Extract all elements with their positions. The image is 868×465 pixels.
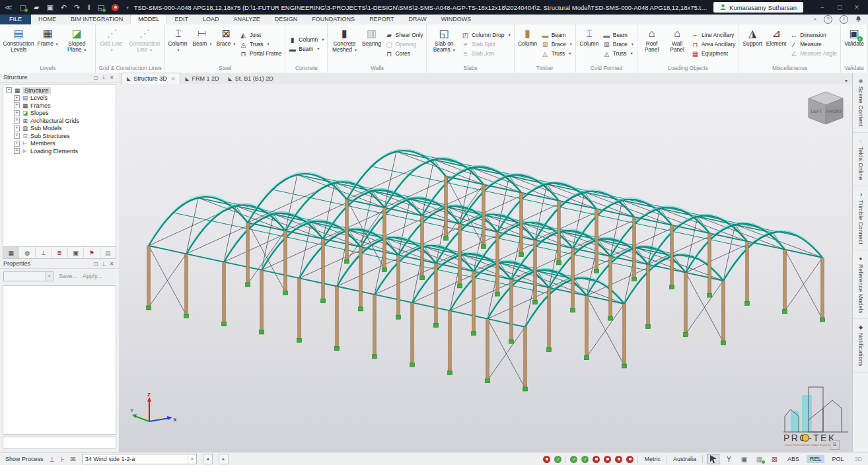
tab-windows[interactable]: WINDOWS [434,15,479,24]
ribbon-button-wall-panel[interactable]: ⌂Wall Panel [665,24,690,64]
minimize-button[interactable]: – [814,4,831,11]
node-snap-icon[interactable]: Y [723,454,735,464]
navigation-cube[interactable]: LEFT FRONT [806,90,846,128]
ribbon-button-column[interactable]: ⌶Column ▾ [166,24,190,64]
process-frame-icon[interactable]: ⊦ [61,456,64,463]
undo-icon[interactable]: ↶ [61,4,67,11]
apply-button[interactable]: Apply... [83,273,102,279]
ribbon-button-truss[interactable]: ◬Truss▾ [240,41,281,48]
model-view[interactable]: LEFT FRONT Z X Y PRO-TEK [119,84,852,452]
panel-float-icon[interactable]: ◻ [92,75,100,81]
ribbon-button-column[interactable]: ▮Column [516,24,540,64]
ribbon-button-sloped-plane[interactable]: ◪Sloped Plane ▾ [59,24,94,64]
ribbon-button-truss[interactable]: ◬Truss▾ [542,50,572,57]
ribbon-button-shear-only[interactable]: ▰Shear Only [386,32,423,39]
process-support-icon[interactable]: ⊥ [50,456,55,463]
process-report-icon[interactable]: ✉ [70,456,75,463]
ribbon-button-concrete-meshed[interactable]: ▮Concrete Meshed ▾ [329,24,359,64]
cube-front-face-label[interactable]: FRONT [826,109,843,114]
rail-item-notifications[interactable]: ◆Notifications [853,319,868,373]
ribbon-button-beam[interactable]: ▬Beam [603,32,633,39]
ribbon-button-line-ancillary[interactable]: ⌐Line Ancillary [692,32,735,39]
coord-mode-rel[interactable]: REL [807,455,825,463]
ribbon-button-column-drop[interactable]: ◰Column Drop▾ [462,32,511,39]
ribbon-button-brace[interactable]: ⊠Brace▾ [603,41,633,48]
ribbon-button-support[interactable]: ◮Support [741,24,764,64]
maximize-button[interactable]: ▢ [831,4,848,11]
next-load-case-button[interactable]: ▸ [219,454,229,464]
select-pointer-icon[interactable] [707,454,719,464]
tab-load[interactable]: LOAD [196,15,227,24]
quick-access-more-icon[interactable]: ▾ [126,5,129,10]
tree-item-architectural-grids[interactable]: +⊞Architectural Grids [3,117,116,125]
tab-file[interactable]: FILE [0,15,31,24]
tree-expand-icon[interactable]: + [14,102,20,108]
load-case-combo[interactable]: 34 Wind side 1-2-a ▾ [82,454,197,464]
record-icon[interactable] [112,4,119,11]
ribbon-button-equipment[interactable]: ▦Equipment [692,50,735,57]
save-model-icon[interactable]: ▣ [46,4,53,11]
tree-expand-icon[interactable]: + [14,148,20,154]
ribbon-button-construction-levels[interactable]: ▤Construction Levels [1,24,36,64]
rail-item-scene-content[interactable]: ◉Scene Content [853,73,868,133]
prev-load-case-button[interactable]: ◂ [203,454,213,464]
panel-pin-icon[interactable]: ⊥ [100,261,108,267]
chevron-down-icon[interactable]: ▾ [45,272,53,281]
tree-item-loading-elements[interactable]: +⊩Loading Elements [3,147,116,155]
rail-item-trimble-connect[interactable]: ◑Trimble Connect [853,186,868,250]
ribbon-button-portal-frame[interactable]: ⊓Portal Frame [240,50,281,57]
tab-design[interactable]: DESIGN [268,15,305,24]
ribbon-button-area-ancillary[interactable]: ⊓Area Ancillary [692,41,735,48]
tree-expand-icon[interactable]: + [14,110,20,116]
section-cut-icon[interactable]: ⊠ [769,454,780,464]
tree-expand-icon[interactable]: + [14,125,20,131]
new-model-icon[interactable]: ▢ [20,4,26,11]
coord-mode-abs[interactable]: ABS [784,455,803,463]
supports-tab[interactable]: ⊥ [36,247,52,258]
structure-3d-model[interactable] [119,84,852,452]
tree-item-frames[interactable]: +▦Frames [3,102,116,110]
alerts-icon[interactable] [855,16,861,24]
view-tab-structure-3d[interactable]: ◣Structure 3D✕ [122,73,180,84]
load-cases-tab[interactable]: ≣ [52,247,67,258]
tab-edit[interactable]: EDIT [167,15,196,24]
tree-expand-icon[interactable]: + [14,141,20,147]
show-process-button[interactable]: Show Process [5,456,44,462]
ribbon-button-column[interactable]: ⌶Column [577,24,601,64]
ribbon-button-element[interactable]: ⊿Element [764,24,788,64]
tree-expand-icon[interactable]: + [14,95,20,101]
panel-close-icon[interactable]: ✕ [108,75,116,81]
ribbon-button-beam[interactable]: ▬Beam▾ [289,46,324,53]
validate-quick-icon[interactable]: ◱ [98,4,104,11]
tab-report[interactable]: REPORT [362,15,401,24]
units-button[interactable]: Metric [642,456,663,462]
wind-model-tab[interactable]: ◍ [19,247,35,258]
tab-bim-integration[interactable]: BIM INTEGRATION [63,15,130,24]
ribbon-button-beam[interactable]: ▬Beam [542,32,572,39]
tab-draw[interactable]: DRAW [401,15,433,24]
panel-float-icon[interactable]: ◻ [92,261,100,267]
tab-home[interactable]: HOME [31,15,63,24]
ribbon-collapse-icon[interactable]: ˄ [813,17,816,22]
chevron-down-icon[interactable]: ▾ [188,455,196,464]
view-tab-st-b1-b1-2d[interactable]: ◣St. B1 (B1) 2D [224,73,278,84]
ribbon-button-column[interactable]: ▮Column▾ [289,36,324,44]
tree-collapse-icon[interactable]: − [6,87,12,93]
tree-item-levels[interactable]: +▤Levels [3,94,116,102]
ribbon-button-bearing[interactable]: ▥Bearing [360,24,384,64]
tree-item-slopes[interactable]: +◪Slopes [3,110,116,118]
tree-item-structure[interactable]: −▦Structure [3,87,116,94]
region-button[interactable]: Australia [671,456,698,462]
columns-toggle-icon[interactable]: ▥ [754,454,765,464]
rail-item-tekla-online[interactable]: ◌Tekla Online [853,133,868,186]
tree-expand-icon[interactable]: + [14,118,20,124]
properties-combo[interactable]: ▾ [3,271,54,281]
ribbon-button-brace[interactable]: ⊠Brace ▾ [214,24,238,64]
snapshot-button[interactable]: S [830,440,840,450]
ribbon-button-dimension[interactable]: ↔Dimension [790,32,837,39]
tab-model[interactable]: MODEL [130,15,167,24]
ribbon-button-slab-on-beams[interactable]: ◱Slab on Beams ▾ [428,24,460,64]
user-account-button[interactable]: Kumarasamy Sutharsan [713,2,803,13]
tree-expand-icon[interactable]: + [14,133,20,139]
coord-mode-pol[interactable]: POL [828,455,847,463]
